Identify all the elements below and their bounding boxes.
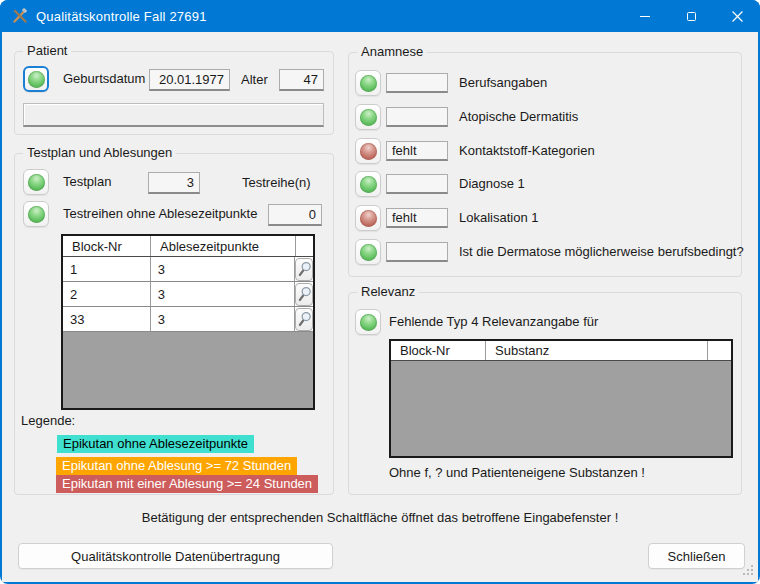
cell-action: [295, 307, 313, 331]
testplan-status-button[interactable]: [23, 169, 49, 195]
group-relevanz-label: Relevanz: [357, 284, 419, 299]
table-row: 2 3: [63, 282, 313, 307]
legend-title: Legende:: [21, 413, 75, 428]
close-button[interactable]: Schließen: [648, 543, 745, 569]
cell-blocknr: 1: [63, 257, 151, 281]
legend-item-cyan: Epikutan ohne Ablesezeitpunkte: [57, 435, 254, 453]
anamnese-atopische-label: Atopische Dermatitis: [459, 104, 578, 130]
transfer-button[interactable]: Qualitätskontrolle Datenübertragung: [18, 543, 333, 569]
testreihen-label: Testreihe(n): [242, 172, 311, 194]
legend-item-orange: Epikutan ohne Ablesung >= 72 Stunden: [56, 457, 297, 475]
led-sphere: [360, 314, 377, 331]
led-sphere: [360, 109, 377, 126]
dialog-window: Qualitätskontrolle Fall 27691 Patient Ge…: [0, 0, 760, 584]
age-label: Alter: [241, 69, 268, 91]
dialog-client-area: Patient Geburtsdatum 20.01.1977 Alter 47…: [2, 32, 758, 582]
cell-punkte: 3: [151, 307, 295, 331]
relevanz-status-button[interactable]: [355, 309, 381, 335]
window-controls: [622, 0, 760, 32]
table-empty-area: [391, 361, 731, 456]
anamnese-berufsangaben-label: Berufsangaben: [459, 70, 547, 96]
titlebar[interactable]: Qualitätskontrolle Fall 27691: [0, 0, 760, 32]
legend-item-red: Epikutan mit einer Ablesung >= 24 Stunde…: [56, 475, 318, 493]
close-icon[interactable]: [714, 0, 760, 32]
led-sphere: [28, 174, 45, 191]
birthdate-field: 20.01.1977: [149, 69, 230, 91]
anamnese-atopische-field: [386, 107, 448, 127]
row-magnifier-button[interactable]: [295, 283, 313, 306]
blocks-header-action: [296, 236, 313, 256]
cell-blocknr: 2: [63, 282, 151, 306]
anamnese-dermatose-label: Ist die Dermatose möglicherweise berufsb…: [459, 239, 744, 265]
window-title: Qualitätskontrolle Fall 27691: [36, 9, 207, 24]
table-empty-area: [63, 332, 313, 408]
row-magnifier-button[interactable]: [295, 308, 313, 331]
relevanz-header-action: [708, 341, 731, 360]
testplan-count-field: 3: [148, 172, 200, 194]
blocks-table-header: Block-Nr Ablesezeitpunkte: [63, 236, 313, 257]
anamnese-kontaktstoff-label: Kontaktstoff-Kategorien: [459, 138, 595, 164]
relevanz-table-header: Block-Nr Substanz: [391, 341, 731, 361]
anamnese-dermatose-field: [386, 242, 448, 262]
testreihen-ohne-status-button[interactable]: [23, 201, 49, 227]
relevanz-header-substanz: Substanz: [486, 341, 708, 360]
anamnese-kontaktstoff-field: fehlt: [386, 141, 448, 161]
led-sphere: [360, 210, 377, 227]
led-sphere: [28, 71, 45, 88]
anamnese-diagnose-label: Diagnose 1: [459, 171, 525, 197]
led-sphere: [360, 176, 377, 193]
anamnese-lokalisation-button[interactable]: [355, 205, 381, 231]
anamnese-dermatose-button[interactable]: [355, 239, 381, 265]
cell-action: [295, 257, 313, 281]
anamnese-diagnose-field: [386, 174, 448, 194]
group-relevanz: Relevanz Fehlende Typ 4 Relevanzangabe f…: [348, 292, 742, 495]
table-row: 1 3: [63, 257, 313, 282]
anamnese-kontaktstoff-button[interactable]: [355, 138, 381, 164]
relevanz-table: Block-Nr Substanz: [389, 339, 733, 458]
blocks-table: Block-Nr Ablesezeitpunkte 1 3 2 3: [61, 234, 315, 410]
group-anamnese-label: Anamnese: [357, 44, 427, 59]
cell-punkte: 3: [151, 282, 295, 306]
cell-punkte: 3: [151, 257, 295, 281]
anamnese-lokalisation-field: fehlt: [386, 208, 448, 228]
anamnese-atopische-button[interactable]: [355, 104, 381, 130]
minimize-icon[interactable]: [622, 0, 668, 32]
footer-hint: Betätigung der entsprechenden Schaltfläc…: [2, 510, 758, 525]
patient-status-button[interactable]: [23, 66, 49, 92]
group-testplan: Testplan und Ablesungen Testplan 3 Testr…: [14, 153, 334, 495]
group-patient-label: Patient: [23, 43, 71, 58]
led-sphere: [28, 206, 45, 223]
relevanz-header-blocknr: Block-Nr: [391, 341, 486, 360]
anamnese-berufsangaben-field: [386, 73, 448, 93]
table-row: 33 3: [63, 307, 313, 332]
anamnese-lokalisation-label: Lokalisation 1: [459, 205, 539, 231]
blocks-header-punkte: Ablesezeitpunkte: [151, 236, 296, 256]
tools-icon: [12, 8, 28, 24]
row-magnifier-button[interactable]: [295, 258, 313, 281]
group-patient: Patient Geburtsdatum 20.01.1977 Alter 47: [14, 51, 334, 135]
testreihen-ohne-count-field: 0: [268, 204, 322, 226]
age-field: 47: [279, 69, 324, 91]
cell-action: [295, 282, 313, 306]
led-sphere: [360, 244, 377, 261]
testplan-label: Testplan: [63, 169, 111, 195]
anamnese-diagnose-button[interactable]: [355, 171, 381, 197]
blocks-header-blocknr: Block-Nr: [63, 236, 151, 256]
led-sphere: [360, 143, 377, 160]
resize-grip[interactable]: [742, 564, 754, 579]
testreihen-ohne-label: Testreihen ohne Ablesezeitpunkte: [63, 201, 257, 227]
relevanz-row-label: Fehlende Typ 4 Relevanzangabe für: [389, 309, 598, 335]
cell-blocknr: 33: [63, 307, 151, 331]
maximize-icon[interactable]: [668, 0, 714, 32]
group-testplan-label: Testplan und Ablesungen: [23, 145, 176, 160]
group-anamnese: Anamnese Berufsangaben Atopische Dermati…: [348, 52, 742, 277]
patient-info-field: [23, 103, 324, 127]
anamnese-berufsangaben-button[interactable]: [355, 70, 381, 96]
led-sphere: [360, 75, 377, 92]
relevanz-note: Ohne f, ? und Patienteneigene Substanzen…: [389, 465, 645, 480]
birthdate-label: Geburtsdatum: [63, 66, 145, 92]
